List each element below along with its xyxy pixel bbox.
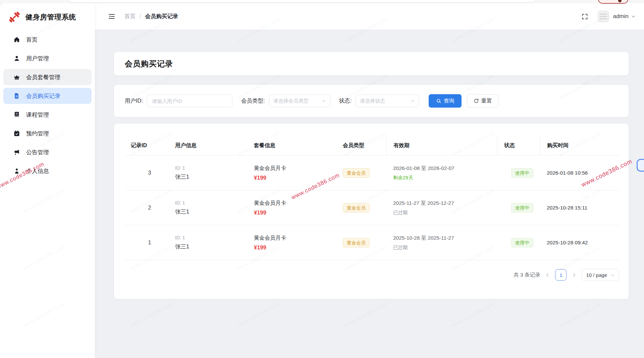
purchase-time-cell: 2026-01-08 10:56 [540, 156, 621, 190]
sidebar-item-label: 课程管理 [26, 111, 49, 119]
member-type-cell: 黄金会员 [336, 190, 386, 225]
validity-cell: 2026-01-08 至 2026-02-07剩余29天 [386, 156, 497, 190]
validity-note-text: 剩余29天 [393, 175, 497, 181]
user-id-input[interactable] [147, 95, 232, 107]
user-menu[interactable]: admin [598, 11, 636, 22]
validity-cell: 2025-10-28 至 2025-11-27已过期 [386, 225, 497, 260]
sidebar-item-label: 用户管理 [26, 55, 49, 62]
purchase-time-cell: 2025-10-28 15:11 [540, 190, 621, 225]
chevron-down-icon [410, 99, 415, 103]
package-cell: 黄金会员月卡¥199 [247, 225, 336, 260]
validity-range-text: 2026-01-08 至 2026-02-07 [393, 165, 497, 172]
crown-icon [13, 74, 20, 80]
topbar-right: admin [581, 11, 636, 22]
table-body: 3ID: 1张三1黄金会员月卡¥199黄金会员2026-01-08 至 2026… [125, 156, 621, 260]
topbar: 首页 / 会员购买记录 admin [95, 3, 644, 29]
main-area: 首页 / 会员购买记录 admin 会员 [95, 3, 644, 358]
user-name-text: 张三1 [175, 173, 247, 181]
package-name-text: 黄金会员月卡 [254, 200, 336, 207]
person-icon [13, 168, 20, 174]
record-id-cell: 2 [125, 190, 168, 225]
sidebar-collapse-icon[interactable] [108, 12, 116, 20]
sidebar-item-6[interactable]: 公告管理 [3, 144, 92, 160]
member-type-badge: 黄金会员 [343, 168, 370, 178]
sidebar-item-0[interactable]: 首页 [3, 32, 92, 48]
column-header: 购买时间 [540, 136, 621, 155]
title-card: 会员购买记录 [114, 52, 629, 75]
validity-note-text: 已过期 [393, 244, 497, 251]
price-text: ¥199 [254, 244, 336, 251]
next-page-icon[interactable] [572, 273, 577, 278]
status-cell: 使用中 [497, 190, 540, 225]
chevron-down-icon [321, 99, 326, 103]
table-card: 记录ID用户信息套餐信息会员类型有效期状态购买时间 3ID: 1张三1黄金会员月… [114, 124, 629, 299]
sidebar-item-label: 个人信息 [26, 167, 49, 175]
sidebar: 健身房管理系统 首页用户管理会员套餐管理会员购买记录课程管理预约管理公告管理个人… [0, 3, 95, 358]
status-placeholder: 请选择状态 [360, 98, 385, 104]
user-info-cell: ID: 1张三1 [168, 225, 247, 260]
column-header: 会员类型 [336, 136, 386, 155]
page-size-select[interactable]: 10 / page [582, 269, 619, 281]
content-area: 会员购买记录 用户ID: 会员类型: 请选择会员类型 状态: 请选择状态 [95, 29, 644, 358]
browser-extension-pill [598, 0, 628, 4]
reset-button[interactable]: 重置 [467, 94, 498, 108]
sidebar-item-label: 会员购买记录 [26, 92, 60, 100]
user-info-cell: ID: 1张三1 [168, 156, 247, 190]
sidebar-item-label: 首页 [26, 36, 38, 44]
megaphone-icon [13, 149, 20, 156]
status-badge: 使用中 [511, 238, 533, 247]
user-id-label: 用户ID: [125, 97, 143, 105]
price-text: ¥199 [254, 210, 336, 216]
sidebar-item-2[interactable]: 会员套餐管理 [3, 69, 92, 85]
validity-range-text: 2025-10-28 至 2025-11-27 [393, 235, 497, 242]
status-cell: 使用中 [497, 225, 540, 260]
sidebar-item-7[interactable]: 个人信息 [3, 163, 92, 179]
user-info-cell: ID: 1张三1 [168, 190, 247, 225]
sidebar-item-1[interactable]: 用户管理 [3, 50, 92, 66]
filter-card: 用户ID: 会员类型: 请选择会员类型 状态: 请选择状态 [114, 85, 629, 117]
home-icon [13, 36, 20, 43]
floating-widget[interactable] [637, 159, 644, 172]
calendar-check-icon [13, 130, 20, 137]
app-window: 健身房管理系统 首页用户管理会员套餐管理会员购买记录课程管理预约管理公告管理个人… [0, 3, 644, 358]
table-row: 3ID: 1张三1黄金会员月卡¥199黄金会员2026-01-08 至 2026… [125, 156, 621, 190]
status-cell: 使用中 [497, 156, 540, 190]
sidebar-item-label: 公告管理 [26, 148, 49, 156]
page-number-button[interactable]: 1 [555, 269, 567, 281]
status-badge: 使用中 [511, 203, 533, 213]
price-text: ¥199 [254, 175, 336, 181]
sidebar-item-3[interactable]: 会员购买记录 [3, 88, 92, 104]
user-id-text: ID: 1 [175, 200, 247, 205]
search-button[interactable]: 查询 [429, 94, 462, 108]
package-name-text: 黄金会员月卡 [254, 165, 336, 172]
user-id-text: ID: 1 [175, 165, 247, 171]
sidebar-item-5[interactable]: 预约管理 [3, 125, 92, 141]
browser-addressbar-sliver [67, 0, 537, 3]
prev-page-icon[interactable] [545, 273, 550, 278]
sidebar-item-4[interactable]: 课程管理 [3, 107, 92, 123]
breadcrumb-home[interactable]: 首页 [124, 13, 136, 20]
chevron-down-icon [631, 14, 636, 19]
member-type-select[interactable]: 请选择会员类型 [269, 95, 330, 107]
page-title: 会员购买记录 [125, 59, 173, 69]
pagination: 共 3 条记录 1 10 / page [125, 269, 621, 281]
table-row: 2ID: 1张三1黄金会员月卡¥199黄金会员2025-11-27 至 2025… [125, 190, 621, 225]
fullscreen-icon[interactable] [581, 13, 588, 20]
dumbbell-logo-icon [7, 10, 21, 24]
refresh-icon [474, 98, 479, 104]
package-cell: 黄金会员月卡¥199 [247, 190, 336, 225]
status-label: 状态: [339, 97, 352, 105]
record-id-cell: 3 [125, 156, 168, 190]
status-select[interactable]: 请选择状态 [356, 95, 419, 107]
column-header: 有效期 [386, 136, 497, 155]
user-id-text: ID: 1 [175, 235, 247, 240]
admin-name: admin [613, 13, 629, 20]
member-type-cell: 黄金会员 [336, 225, 386, 260]
member-type-label: 会员类型: [241, 97, 265, 105]
pagination-total: 共 3 条记录 [514, 272, 540, 279]
table-header-row: 记录ID用户信息套餐信息会员类型有效期状态购买时间 [125, 136, 621, 156]
validity-cell: 2025-11-27 至 2025-12-27已过期 [386, 190, 497, 225]
user-icon [13, 55, 20, 62]
avatar [598, 11, 609, 22]
breadcrumb-separator: / [140, 13, 141, 19]
